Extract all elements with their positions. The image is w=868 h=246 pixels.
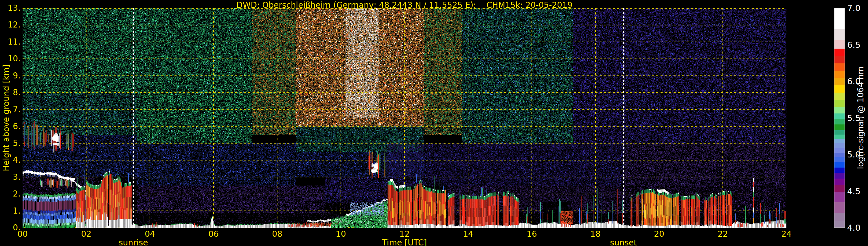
x-tick-label: 10 xyxy=(328,229,354,239)
x-tick-label: 20 xyxy=(646,229,672,239)
y-tick-label: 1. xyxy=(0,206,21,216)
x-tick-label: 02 xyxy=(73,229,99,239)
x-tick-label: 18 xyxy=(582,229,609,239)
y-tick-label: 9. xyxy=(0,71,21,81)
y-tick-label: 6. xyxy=(0,122,21,131)
y-tick-label: 13. xyxy=(0,3,21,13)
sunrise-label: sunrise xyxy=(119,238,148,246)
x-axis-label: Time [UTC] xyxy=(382,238,427,246)
colorbar-label: log(rc-signal) @ 1064 nm xyxy=(856,67,865,169)
colorbar xyxy=(834,8,845,228)
y-tick-label: 5. xyxy=(0,139,21,148)
y-tick-label: 11. xyxy=(0,37,21,47)
y-tick-label: 2. xyxy=(0,189,21,198)
colorbar-tick-label: 4.5 xyxy=(847,187,861,196)
y-tick-label: 12. xyxy=(0,20,21,30)
lidar-backscatter-heatmap-canvas xyxy=(23,8,786,228)
ceilometer-quicklook-figure: DWD: Oberschleißheim (Germany; 48.2443 N… xyxy=(0,0,868,246)
x-tick-label: 22 xyxy=(710,229,736,239)
x-tick-label: 08 xyxy=(264,229,290,239)
y-tick-label: 8. xyxy=(0,88,21,97)
y-tick-label: 10. xyxy=(0,54,21,63)
colorbar-tick-label: 6.5 xyxy=(847,40,861,50)
colorbar-tick-label: 4.0 xyxy=(847,223,861,233)
colorbar-tick-label: 7.0 xyxy=(847,3,861,13)
sunset-label: sunset xyxy=(610,238,637,246)
x-tick-label: 24 xyxy=(773,229,799,239)
x-tick-label: 04 xyxy=(137,229,163,239)
plot-title: DWD: Oberschleißheim (Germany; 48.2443 N… xyxy=(23,0,786,10)
y-tick-label: 7. xyxy=(0,105,21,114)
x-tick-label: 14 xyxy=(455,229,481,239)
y-axis-label: Height above ground [km] xyxy=(1,64,11,171)
y-tick-label: 4. xyxy=(0,155,21,165)
x-tick-label: 16 xyxy=(519,229,545,239)
y-tick-label: 3. xyxy=(0,173,21,182)
x-tick-label: 06 xyxy=(200,229,226,239)
x-tick-label: 12 xyxy=(392,229,417,239)
x-tick-label: 00 xyxy=(9,229,36,239)
